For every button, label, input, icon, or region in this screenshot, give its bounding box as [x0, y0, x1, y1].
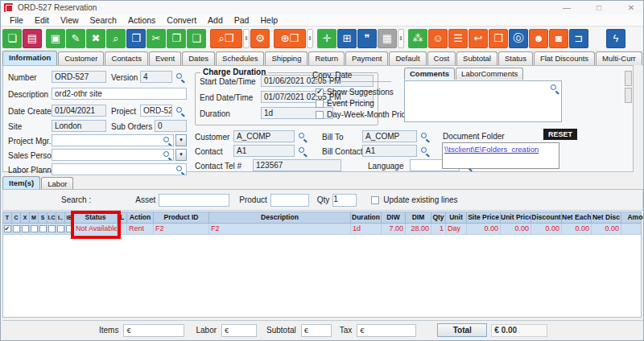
row-checkbox[interactable]: [57, 225, 64, 232]
duplicate-icon[interactable]: ❐: [126, 29, 146, 48]
grid-header-action[interactable]: Action: [127, 212, 154, 223]
main-tab[interactable]: Contacts: [105, 51, 148, 65]
cell-description[interactable]: F2: [209, 224, 351, 234]
grid-header-product-id[interactable]: Product ID: [154, 212, 209, 223]
project-mgr-search-icon[interactable]: [163, 136, 171, 145]
sales-person-search-icon[interactable]: [163, 150, 171, 159]
cell-duration[interactable]: 1d: [351, 224, 382, 234]
lightning-icon[interactable]: ϟ: [606, 29, 625, 48]
grid-check-column-header[interactable]: IB: [65, 212, 74, 223]
grid-check-column-header[interactable]: T: [3, 212, 12, 223]
row-checkbox[interactable]: [48, 225, 56, 232]
expand-icon[interactable]: ✛: [317, 29, 336, 48]
tab-labor[interactable]: Labor: [41, 177, 73, 189]
main-tab[interactable]: Flat Discounts: [534, 51, 595, 65]
toolbar-separator[interactable]: [207, 29, 209, 48]
grid-check-column-header[interactable]: I..: [56, 212, 65, 223]
menu-item[interactable]: Pad: [229, 15, 255, 25]
search-product-icon[interactable]: ⌕❒: [210, 29, 242, 48]
grid-header-description[interactable]: Description: [209, 212, 351, 223]
tab-comments[interactable]: Comments: [404, 68, 455, 80]
row-checkbox[interactable]: [31, 225, 38, 232]
menu-item[interactable]: Actions: [122, 15, 161, 25]
person-add-icon[interactable]: ☻: [529, 29, 548, 48]
grid-icon[interactable]: ⊞: [337, 29, 357, 48]
cell-net-disc[interactable]: 0.00: [592, 224, 621, 234]
toolbar-separator[interactable]: [405, 29, 407, 48]
grid-check-column-header[interactable]: S: [39, 212, 47, 223]
search-icon[interactable]: ⌕: [106, 29, 126, 48]
org-chart-icon[interactable]: ⁂: [408, 29, 427, 48]
main-tab[interactable]: Default: [389, 51, 426, 65]
cell-action[interactable]: Rent: [127, 224, 154, 234]
main-tab[interactable]: Information: [2, 51, 57, 65]
product-input[interactable]: [270, 194, 309, 207]
comments-search-icon[interactable]: [550, 84, 559, 92]
customer-field[interactable]: A_COMP: [233, 130, 295, 142]
toolbar-separator[interactable]: [589, 29, 605, 48]
bill-to-search-icon[interactable]: [420, 132, 429, 141]
contact-field[interactable]: A1: [233, 145, 295, 157]
bill-contact-field[interactable]: A1: [362, 145, 417, 157]
new-order-icon[interactable]: ❏: [2, 29, 22, 48]
project-search-icon[interactable]: [175, 106, 184, 115]
truck-icon[interactable]: ⊐: [569, 29, 588, 48]
split-arrows-icon[interactable]: ⇕: [398, 29, 404, 48]
version-search-icon[interactable]: [175, 72, 184, 81]
sales-person-dropdown[interactable]: [175, 149, 187, 161]
sales-person-field[interactable]: [52, 149, 174, 161]
total-button[interactable]: Total: [437, 323, 487, 337]
grid-header-dim[interactable]: DIM: [406, 212, 431, 223]
grid-header-l[interactable]: L: [118, 212, 127, 223]
grid-header-net-disc[interactable]: Net Disc: [592, 212, 621, 223]
contact-search-icon[interactable]: [298, 146, 307, 155]
menu-item[interactable]: Help: [254, 15, 283, 25]
bill-contact-search-icon[interactable]: [420, 146, 429, 155]
cell-unit-price[interactable]: 0.00: [501, 224, 531, 234]
grid-header-unit-price[interactable]: Unit Price: [501, 212, 531, 223]
save-icon[interactable]: ▣: [46, 29, 65, 48]
tab-labor-comments[interactable]: LaborComments: [456, 68, 523, 80]
labor-total-field[interactable]: €: [221, 324, 257, 337]
maximize-button[interactable]: □: [593, 3, 605, 12]
row-select-checkbox[interactable]: [4, 225, 11, 232]
subtotal-field[interactable]: €: [301, 324, 332, 337]
delete-icon[interactable]: ✖: [86, 29, 105, 48]
grid-check-column-header[interactable]: C: [12, 212, 21, 223]
main-tab[interactable]: Shipping: [265, 51, 308, 65]
cell-site-price[interactable]: 0.00: [467, 224, 501, 234]
document-folder-link[interactable]: \\tsclient\E\Folders_creation: [443, 143, 559, 155]
labor-planner-field[interactable]: [52, 163, 187, 175]
toolbar-separator[interactable]: [43, 29, 45, 48]
cell-status[interactable]: Not Available: [74, 224, 118, 234]
camera-icon[interactable]: ◙: [549, 29, 568, 48]
return-icon[interactable]: ↩: [469, 29, 488, 48]
menu-item[interactable]: File: [4, 15, 29, 25]
project-field[interactable]: ORD-527: [140, 105, 172, 117]
grid-header-unit[interactable]: Unit: [446, 212, 467, 223]
cell-diw[interactable]: 7.00: [382, 224, 406, 234]
row-checkbox[interactable]: [66, 225, 73, 232]
tax-field[interactable]: €: [357, 324, 416, 337]
cell-discount[interactable]: 0.00: [531, 224, 562, 234]
grid-header-qty[interactable]: Qty: [431, 212, 446, 223]
tab-items[interactable]: Item(s): [2, 176, 40, 189]
parts-icon[interactable]: ⚙: [250, 29, 270, 48]
project-mgr-dropdown[interactable]: [175, 134, 187, 146]
print-icon[interactable]: ▤: [23, 29, 42, 48]
menu-item[interactable]: View: [55, 15, 85, 25]
labor-planner-search-icon[interactable]: [175, 165, 184, 174]
smiley-icon[interactable]: ☺: [428, 29, 448, 48]
grid-header-net-each[interactable]: Net Each: [562, 212, 592, 223]
comments-textarea[interactable]: [404, 80, 562, 122]
menu-item[interactable]: Convert: [161, 15, 202, 25]
cut-icon[interactable]: ✂: [147, 29, 166, 48]
grid-header-amount[interactable]: Amou: [621, 212, 644, 223]
cell-qty[interactable]: 1: [431, 224, 446, 234]
project-mgr-field[interactable]: [52, 134, 174, 146]
grid-header-site-price[interactable]: Site Price: [467, 212, 501, 223]
chat-icon[interactable]: ❞: [357, 29, 377, 48]
menu-item[interactable]: Add: [202, 15, 229, 25]
description-field[interactable]: ord2-othr site: [52, 88, 187, 100]
cell-dim[interactable]: 28.00: [406, 224, 431, 234]
